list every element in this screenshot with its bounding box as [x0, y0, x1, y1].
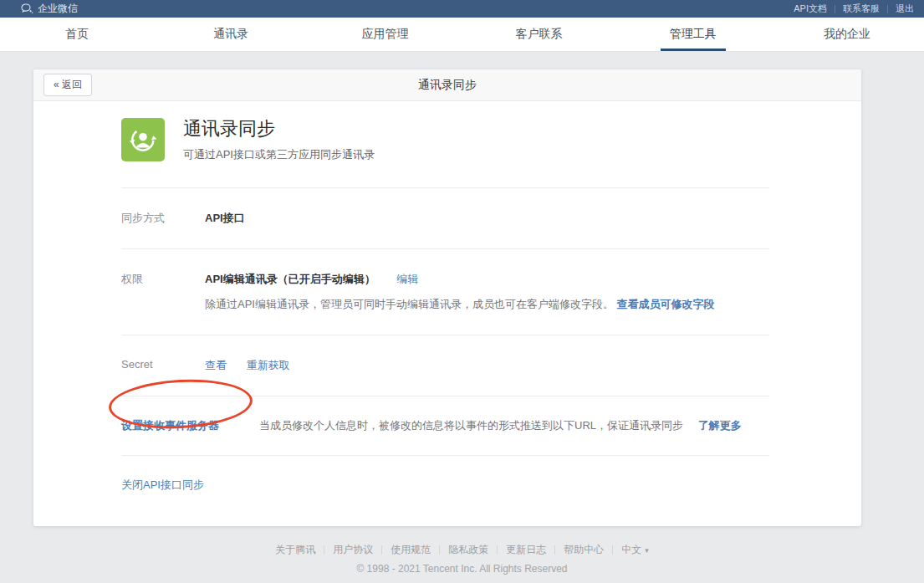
- separator: [497, 545, 498, 555]
- permission-value: API编辑通讯录（已开启手动编辑） 编辑 除通过API编辑通讯录，管理员可同时手…: [205, 272, 715, 312]
- regenerate-secret-link[interactable]: 重新获取: [247, 359, 290, 371]
- set-callback-server-link[interactable]: 设置接收事件服务器: [121, 418, 259, 433]
- footer-link-user-agreement[interactable]: 用户协议: [333, 543, 373, 557]
- topbar-link-logout[interactable]: 退出: [896, 3, 914, 15]
- topbar-link-api-docs[interactable]: API文档: [794, 3, 827, 15]
- separator: [324, 545, 324, 555]
- app-title: 通讯录同步: [183, 118, 375, 140]
- nav-label: 我的企业: [824, 27, 870, 42]
- main-nav: 首页 通讯录 应用管理 客户联系 管理工具 我的企业: [0, 18, 924, 52]
- nav-item-my-company[interactable]: 我的企业: [770, 18, 924, 51]
- separator: [612, 545, 613, 555]
- nav-label: 通讯录: [213, 27, 248, 42]
- footer-link-usage-rules[interactable]: 使用规范: [391, 543, 431, 557]
- caret-down-icon: ▾: [645, 546, 649, 555]
- nav-item-home[interactable]: 首页: [0, 18, 154, 51]
- edit-permission-link[interactable]: 编辑: [396, 273, 418, 285]
- secret-label: Secret: [121, 358, 205, 373]
- nav-label: 客户联系: [516, 27, 563, 42]
- sync-method-value: API接口: [205, 211, 245, 226]
- permission-description: 除通过API编辑通讯录，管理员可同时手动编辑通讯录，成员也可在客户端修改字段。 …: [205, 297, 715, 312]
- separator: [381, 545, 382, 555]
- wechat-work-logo-icon: [21, 3, 33, 14]
- app-header-text: 通讯录同步 可通过API接口或第三方应用同步通讯录: [183, 118, 375, 162]
- permission-line1: API编辑通讯录（已开启手动编辑） 编辑: [205, 272, 715, 287]
- language-selector[interactable]: 中文 ▾: [621, 543, 649, 557]
- card-body: 通讯录同步 可通过API接口或第三方应用同步通讯录 同步方式 API接口 权限 …: [33, 101, 861, 526]
- secret-actions: 查看 重新获取: [205, 358, 290, 373]
- page-title: 通讯录同步: [33, 78, 861, 93]
- callback-server-row: 设置接收事件服务器 当成员修改个人信息时，被修改的信息将以事件的形式推送到以下U…: [33, 396, 861, 455]
- active-tab-underline: [661, 49, 726, 51]
- contact-sync-icon: [121, 118, 165, 161]
- permission-label: 权限: [121, 272, 205, 312]
- footer: 关于腾讯 用户协议 使用规范 隐私政策 更新日志 帮助中心 中文 ▾ © 199…: [0, 543, 924, 575]
- nav-label: 应用管理: [361, 27, 408, 42]
- footer-link-help-center[interactable]: 帮助中心: [564, 543, 604, 557]
- card-header: « 返回 通讯录同步: [33, 69, 861, 101]
- topbar-link-contact-support[interactable]: 联系客服: [843, 3, 880, 15]
- app-header: 通讯录同步 可通过API接口或第三方应用同步通讯录: [33, 101, 861, 187]
- secret-row: Secret 查看 重新获取: [33, 335, 861, 396]
- app-description: 可通过API接口或第三方应用同步通讯录: [183, 147, 375, 162]
- brand[interactable]: 企业微信: [21, 2, 78, 16]
- separator: [835, 5, 835, 13]
- callback-description-text: 当成员修改个人信息时，被修改的信息将以事件的形式推送到以下URL，保证通讯录同步: [259, 419, 683, 432]
- separator: [439, 545, 440, 555]
- back-button[interactable]: « 返回: [43, 74, 92, 96]
- sync-method-label: 同步方式: [121, 211, 205, 226]
- close-api-sync-row: 关闭API接口同步: [33, 456, 861, 493]
- permission-mode-text: API编辑通讯录（已开启手动编辑）: [205, 273, 375, 285]
- topbar: 企业微信 API文档 联系客服 退出: [0, 0, 924, 18]
- nav-label: 管理工具: [670, 27, 717, 42]
- copyright: © 1998 - 2021 Tencent Inc. All Rights Re…: [0, 563, 924, 575]
- view-secret-link[interactable]: 查看: [205, 359, 227, 371]
- permission-description-text: 除通过API编辑通讯录，管理员可同时手动编辑通讯录，成员也可在客户端修改字段。: [205, 298, 614, 310]
- nav-item-admin-tools[interactable]: 管理工具: [616, 18, 770, 51]
- nav-item-contacts[interactable]: 通讯录: [154, 18, 308, 51]
- learn-more-link[interactable]: 了解更多: [698, 419, 742, 432]
- sync-method-row: 同步方式 API接口: [33, 188, 861, 248]
- language-label: 中文: [621, 543, 641, 557]
- footer-link-about-tencent[interactable]: 关于腾讯: [275, 543, 315, 557]
- footer-links: 关于腾讯 用户协议 使用规范 隐私政策 更新日志 帮助中心 中文 ▾: [0, 543, 924, 557]
- footer-link-privacy-policy[interactable]: 隐私政策: [448, 543, 488, 557]
- topbar-links: API文档 联系客服 退出: [794, 3, 914, 15]
- view-editable-fields-link[interactable]: 查看成员可修改字段: [617, 298, 715, 310]
- contact-sync-card: « 返回 通讯录同步 通讯录同步 可通过API接口或第三方应用同步通讯录: [33, 69, 861, 526]
- callback-description: 当成员修改个人信息时，被修改的信息将以事件的形式推送到以下URL，保证通讯录同步…: [259, 418, 742, 433]
- nav-item-app-management[interactable]: 应用管理: [308, 18, 462, 51]
- nav-label: 首页: [65, 27, 89, 42]
- separator: [554, 545, 555, 555]
- separator: [887, 5, 888, 13]
- nav-item-customer-relations[interactable]: 客户联系: [462, 18, 616, 51]
- permission-row: 权限 API编辑通讯录（已开启手动编辑） 编辑 除通过API编辑通讯录，管理员可…: [33, 249, 861, 335]
- brand-name: 企业微信: [38, 2, 78, 16]
- close-api-sync-link[interactable]: 关闭API接口同步: [121, 478, 204, 491]
- footer-link-changelog[interactable]: 更新日志: [506, 543, 546, 557]
